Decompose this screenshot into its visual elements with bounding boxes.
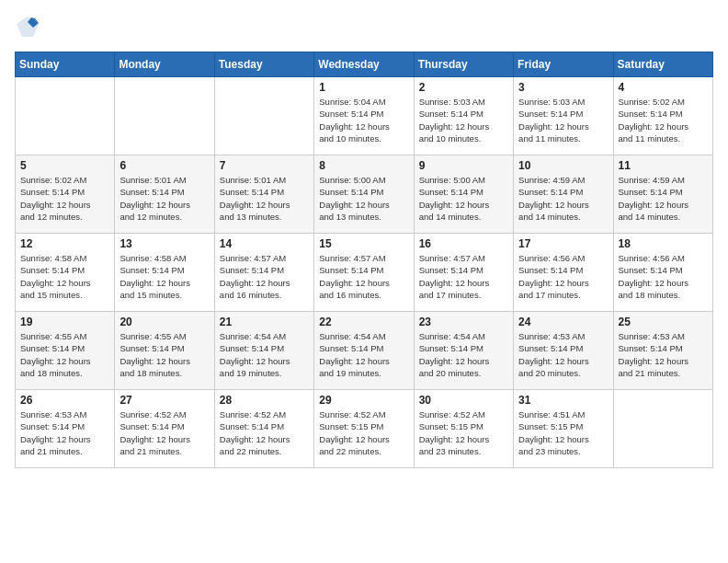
calendar-cell [16, 77, 115, 155]
day-number: 8 [319, 159, 408, 172]
calendar-cell: 11Sunrise: 4:59 AMSunset: 5:14 PMDayligh… [613, 155, 712, 234]
page-header [15, 15, 713, 40]
day-number: 3 [518, 81, 608, 94]
calendar-cell: 22Sunrise: 4:54 AMSunset: 5:14 PMDayligh… [314, 312, 414, 390]
calendar-cell: 15Sunrise: 4:57 AMSunset: 5:14 PMDayligh… [314, 234, 414, 312]
day-info: Sunrise: 5:01 AMSunset: 5:14 PMDaylight:… [220, 174, 309, 223]
day-number: 2 [419, 81, 508, 94]
day-number: 12 [20, 237, 109, 250]
calendar-cell: 26Sunrise: 4:53 AMSunset: 5:14 PMDayligh… [16, 390, 115, 468]
calendar-cell: 28Sunrise: 4:52 AMSunset: 5:14 PMDayligh… [214, 390, 313, 468]
day-number: 14 [220, 237, 309, 250]
day-info: Sunrise: 4:56 AMSunset: 5:14 PMDaylight:… [619, 252, 708, 301]
week-row-3: 12Sunrise: 4:58 AMSunset: 5:14 PMDayligh… [16, 234, 713, 312]
day-info: Sunrise: 4:55 AMSunset: 5:14 PMDaylight:… [20, 330, 109, 379]
calendar-cell: 7Sunrise: 5:01 AMSunset: 5:14 PMDaylight… [214, 155, 313, 234]
week-row-5: 26Sunrise: 4:53 AMSunset: 5:14 PMDayligh… [16, 390, 713, 468]
day-number: 22 [319, 316, 408, 328]
day-number: 10 [518, 159, 608, 172]
calendar-cell: 5Sunrise: 5:02 AMSunset: 5:14 PMDaylight… [16, 155, 115, 234]
day-info: Sunrise: 4:54 AMSunset: 5:14 PMDaylight:… [220, 330, 309, 379]
day-number: 6 [119, 159, 209, 172]
day-number: 24 [518, 316, 608, 328]
calendar-table: SundayMondayTuesdayWednesdayThursdayFrid… [15, 52, 713, 468]
calendar-cell: 2Sunrise: 5:03 AMSunset: 5:14 PMDaylight… [414, 77, 513, 155]
calendar-cell: 6Sunrise: 5:01 AMSunset: 5:14 PMDaylight… [115, 155, 214, 234]
col-header-sunday: Sunday [16, 52, 115, 77]
day-info: Sunrise: 4:58 AMSunset: 5:14 PMDaylight:… [20, 252, 109, 301]
calendar-cell: 18Sunrise: 4:56 AMSunset: 5:14 PMDayligh… [613, 234, 712, 312]
logo-icon [15, 15, 40, 40]
day-number: 15 [319, 237, 408, 250]
day-number: 9 [419, 159, 508, 172]
calendar-cell: 13Sunrise: 4:58 AMSunset: 5:14 PMDayligh… [115, 234, 214, 312]
logo [15, 15, 44, 40]
calendar-cell [613, 390, 712, 468]
day-info: Sunrise: 4:53 AMSunset: 5:14 PMDaylight:… [20, 408, 109, 457]
day-info: Sunrise: 4:56 AMSunset: 5:14 PMDaylight:… [518, 252, 608, 301]
calendar-cell: 23Sunrise: 4:54 AMSunset: 5:14 PMDayligh… [414, 312, 513, 390]
day-info: Sunrise: 5:00 AMSunset: 5:14 PMDaylight:… [419, 174, 508, 223]
day-info: Sunrise: 4:55 AMSunset: 5:14 PMDaylight:… [119, 330, 209, 379]
col-header-wednesday: Wednesday [314, 52, 414, 77]
week-row-1: 1Sunrise: 5:04 AMSunset: 5:14 PMDaylight… [16, 77, 713, 155]
day-number: 29 [319, 394, 408, 407]
calendar-cell: 4Sunrise: 5:02 AMSunset: 5:14 PMDaylight… [613, 77, 712, 155]
week-row-2: 5Sunrise: 5:02 AMSunset: 5:14 PMDaylight… [16, 155, 713, 234]
day-number: 13 [119, 237, 209, 250]
day-info: Sunrise: 4:58 AMSunset: 5:14 PMDaylight:… [119, 252, 209, 301]
day-number: 4 [619, 81, 708, 94]
calendar-cell: 12Sunrise: 4:58 AMSunset: 5:14 PMDayligh… [16, 234, 115, 312]
day-info: Sunrise: 4:59 AMSunset: 5:14 PMDaylight:… [518, 174, 608, 223]
calendar-cell: 14Sunrise: 4:57 AMSunset: 5:14 PMDayligh… [214, 234, 313, 312]
calendar-cell: 10Sunrise: 4:59 AMSunset: 5:14 PMDayligh… [514, 155, 613, 234]
calendar-cell: 24Sunrise: 4:53 AMSunset: 5:14 PMDayligh… [514, 312, 613, 390]
day-number: 28 [220, 394, 309, 407]
day-number: 19 [20, 316, 109, 328]
week-row-4: 19Sunrise: 4:55 AMSunset: 5:14 PMDayligh… [16, 312, 713, 390]
day-info: Sunrise: 5:02 AMSunset: 5:14 PMDaylight:… [619, 96, 708, 144]
day-number: 27 [119, 394, 209, 407]
day-number: 7 [220, 159, 309, 172]
day-info: Sunrise: 4:57 AMSunset: 5:14 PMDaylight:… [220, 252, 309, 301]
calendar-cell: 9Sunrise: 5:00 AMSunset: 5:14 PMDaylight… [414, 155, 513, 234]
day-info: Sunrise: 4:52 AMSunset: 5:14 PMDaylight:… [220, 408, 309, 457]
col-header-thursday: Thursday [414, 52, 513, 77]
day-number: 20 [119, 316, 209, 328]
col-header-friday: Friday [514, 52, 613, 77]
calendar-cell: 1Sunrise: 5:04 AMSunset: 5:14 PMDaylight… [314, 77, 414, 155]
day-info: Sunrise: 4:57 AMSunset: 5:14 PMDaylight:… [419, 252, 508, 301]
calendar-cell: 27Sunrise: 4:52 AMSunset: 5:14 PMDayligh… [115, 390, 214, 468]
day-info: Sunrise: 4:59 AMSunset: 5:14 PMDaylight:… [619, 174, 708, 223]
col-header-tuesday: Tuesday [214, 52, 313, 77]
day-info: Sunrise: 4:52 AMSunset: 5:15 PMDaylight:… [419, 408, 508, 457]
day-number: 1 [319, 81, 408, 94]
day-number: 11 [619, 159, 708, 172]
col-header-monday: Monday [115, 52, 214, 77]
calendar-cell: 8Sunrise: 5:00 AMSunset: 5:14 PMDaylight… [314, 155, 414, 234]
day-info: Sunrise: 5:00 AMSunset: 5:14 PMDaylight:… [319, 174, 408, 223]
calendar-cell: 21Sunrise: 4:54 AMSunset: 5:14 PMDayligh… [214, 312, 313, 390]
calendar-cell: 19Sunrise: 4:55 AMSunset: 5:14 PMDayligh… [16, 312, 115, 390]
day-number: 17 [518, 237, 608, 250]
day-info: Sunrise: 4:53 AMSunset: 5:14 PMDaylight:… [518, 330, 608, 379]
day-info: Sunrise: 5:03 AMSunset: 5:14 PMDaylight:… [518, 96, 608, 144]
day-number: 30 [419, 394, 508, 407]
calendar-cell: 30Sunrise: 4:52 AMSunset: 5:15 PMDayligh… [414, 390, 513, 468]
day-info: Sunrise: 4:57 AMSunset: 5:14 PMDaylight:… [319, 252, 408, 301]
calendar-cell: 17Sunrise: 4:56 AMSunset: 5:14 PMDayligh… [514, 234, 613, 312]
day-info: Sunrise: 4:54 AMSunset: 5:14 PMDaylight:… [419, 330, 508, 379]
calendar-cell [214, 77, 313, 155]
calendar-cell [115, 77, 214, 155]
day-info: Sunrise: 4:54 AMSunset: 5:14 PMDaylight:… [319, 330, 408, 379]
col-header-saturday: Saturday [613, 52, 712, 77]
day-info: Sunrise: 5:04 AMSunset: 5:14 PMDaylight:… [319, 96, 408, 144]
day-number: 18 [619, 237, 708, 250]
day-number: 26 [20, 394, 109, 407]
calendar-cell: 20Sunrise: 4:55 AMSunset: 5:14 PMDayligh… [115, 312, 214, 390]
calendar-cell: 25Sunrise: 4:53 AMSunset: 5:14 PMDayligh… [613, 312, 712, 390]
day-number: 23 [419, 316, 508, 328]
day-info: Sunrise: 4:53 AMSunset: 5:14 PMDaylight:… [619, 330, 708, 379]
day-info: Sunrise: 5:01 AMSunset: 5:14 PMDaylight:… [119, 174, 209, 223]
calendar-cell: 16Sunrise: 4:57 AMSunset: 5:14 PMDayligh… [414, 234, 513, 312]
